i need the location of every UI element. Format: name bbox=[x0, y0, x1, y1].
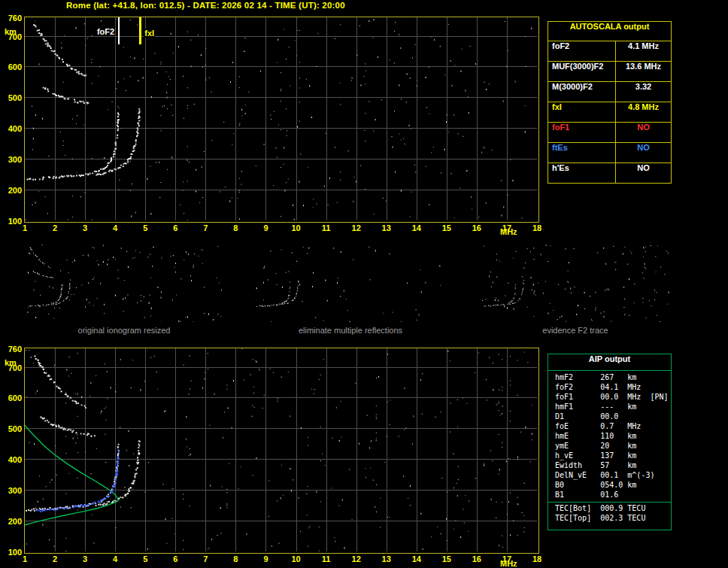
thumbnail-caption: evidence F2 trace bbox=[542, 326, 608, 335]
autoscala-row: M(3000)F23.32 bbox=[548, 82, 671, 102]
x-tick-label: 18 bbox=[532, 554, 541, 563]
x-tick-label: 7 bbox=[203, 223, 208, 232]
autoscala-row: foF1NO bbox=[548, 123, 671, 143]
aip-row: foF2 04.1 MHz bbox=[548, 382, 671, 392]
x-tick-label: 5 bbox=[143, 223, 147, 232]
x-tick-label: 14 bbox=[412, 554, 421, 563]
y-tick-label: 760 bbox=[2, 345, 22, 354]
x-tick-label: 4 bbox=[113, 554, 117, 563]
aip-row: hmF2 267 km bbox=[548, 372, 671, 382]
aip-row: ymE 20 km bbox=[548, 441, 671, 451]
y-tick-label: 760 bbox=[2, 14, 22, 23]
parameter-value: NO bbox=[616, 143, 671, 163]
autoscala-row: h'EsNO bbox=[548, 163, 671, 183]
autoscala-output-table: AUTOSCALA output foF24.1 MHzMUF(3000)F21… bbox=[548, 21, 672, 184]
parameter-label: fxI bbox=[548, 102, 616, 122]
y-tick-label: 400 bbox=[2, 455, 22, 464]
aip-output-table: AIP output hmF2 267 kmfoF2 04.1 MHzfoF1 … bbox=[548, 354, 672, 530]
x-tick-label: 7 bbox=[203, 554, 208, 563]
x-tick-label: 18 bbox=[532, 223, 541, 232]
y-tick-label: 300 bbox=[2, 486, 22, 495]
aip-row: hmE 110 km bbox=[548, 431, 671, 441]
x-tick-label: 13 bbox=[382, 554, 391, 563]
x-tick-label: 1 bbox=[23, 223, 27, 232]
page-title: Rome (lat: +41.8, lon: 012.5) - DATE: 20… bbox=[66, 1, 345, 10]
x-tick-label: 5 bbox=[143, 554, 147, 563]
y-tick-label: 700 bbox=[2, 363, 22, 372]
y-tick-label: 500 bbox=[2, 93, 22, 102]
parameter-label: ftEs bbox=[548, 143, 616, 163]
x-tick-label: 13 bbox=[382, 223, 391, 232]
parameter-label: M(3000)F2 bbox=[548, 82, 616, 102]
x-tick-label: 16 bbox=[472, 554, 481, 563]
x-tick-label: 10 bbox=[291, 554, 300, 563]
aip-row: Ewidth 57 km bbox=[548, 460, 671, 470]
parameter-value: NO bbox=[616, 163, 671, 183]
thumbnail-no-multiple-reflections bbox=[256, 245, 445, 322]
parameter-label: foF2 bbox=[548, 41, 616, 61]
aip-row: foF1 00.0 MHz [PN] bbox=[548, 392, 671, 402]
x-tick-label: 11 bbox=[322, 554, 331, 563]
y-tick-label: 100 bbox=[2, 548, 22, 557]
parameter-value: NO bbox=[616, 123, 671, 142]
y-tick-label: 700 bbox=[2, 32, 22, 41]
x-tick-label: 6 bbox=[173, 554, 177, 563]
thumbnail-canvas bbox=[481, 245, 669, 322]
autoscala-window: Rome (lat: +41.8, lon: 012.5) - DATE: 20… bbox=[0, 0, 728, 568]
thumbnail-original-ionogram bbox=[26, 245, 222, 322]
x-tick-label: 1 bbox=[23, 554, 27, 563]
aip-table-rows: hmF2 267 kmfoF2 04.1 MHzfoF1 00.0 MHz [P… bbox=[548, 371, 671, 523]
x-tick-label: 9 bbox=[263, 554, 268, 563]
autoscala-table-rows: foF24.1 MHzMUF(3000)F213.6 MHzM(3000)F23… bbox=[548, 41, 671, 183]
y-tick-label: 100 bbox=[2, 217, 22, 226]
aip-row: foE 0.7 MHz bbox=[548, 421, 671, 431]
x-tick-label: 15 bbox=[442, 223, 451, 232]
x-tick-label: 16 bbox=[472, 223, 481, 232]
aip-row: h_vE 137 km bbox=[548, 451, 671, 460]
x-tick-label: 12 bbox=[352, 223, 361, 232]
aip-row: TEC[Top] 002.3 TECU bbox=[548, 513, 671, 523]
parameter-value: 4.8 MHz bbox=[616, 102, 671, 122]
autoscala-row: MUF(3000)F213.6 MHz bbox=[548, 62, 671, 82]
x-tick-label: 17 bbox=[502, 554, 511, 563]
thumbnail-canvas bbox=[26, 245, 222, 322]
thumbnail-f2-trace bbox=[481, 245, 669, 322]
x-tick-label: 9 bbox=[263, 223, 268, 232]
aip-table-header: AIP output bbox=[548, 354, 671, 371]
aip-row: hmF1 --- km bbox=[548, 402, 671, 412]
parameter-label: foF1 bbox=[548, 123, 616, 142]
thumbnail-caption: original ionogram resized bbox=[78, 326, 171, 335]
x-tick-label: 14 bbox=[412, 223, 421, 232]
x-tick-label: 6 bbox=[173, 223, 177, 232]
aip-row: B1 01.6 bbox=[548, 490, 671, 500]
thumbnail-caption: eliminate multiple reflections bbox=[299, 326, 402, 335]
y-tick-label: 500 bbox=[2, 424, 22, 433]
y-tick-label: 600 bbox=[2, 62, 22, 71]
foF2-marker-label: foF2 bbox=[96, 27, 115, 36]
x-tick-label: 3 bbox=[83, 223, 87, 232]
aip-row: DelN_vE 00.1 m^(-3) bbox=[548, 470, 671, 480]
autoscala-row: foF24.1 MHz bbox=[548, 41, 671, 62]
autoscala-row: fxI4.8 MHz bbox=[548, 102, 671, 123]
aip-row: D1 00.0 bbox=[548, 412, 671, 421]
fxI-marker-label: fxI bbox=[144, 29, 155, 38]
x-tick-label: 11 bbox=[322, 223, 331, 232]
top-ionogram-canvas bbox=[25, 17, 537, 220]
autoscala-row: ftEsNO bbox=[548, 143, 671, 163]
parameter-label: h'Es bbox=[548, 163, 616, 183]
parameter-value: 13.6 MHz bbox=[616, 62, 671, 81]
parameter-value: 4.1 MHz bbox=[616, 41, 671, 61]
aip-row: B0 054.0 km bbox=[548, 480, 671, 490]
y-tick-label: 200 bbox=[2, 517, 22, 526]
x-tick-label: 3 bbox=[83, 554, 87, 563]
x-tick-label: 15 bbox=[442, 554, 451, 563]
x-tick-label: 4 bbox=[113, 223, 117, 232]
bottom-ionogram-plot bbox=[24, 348, 539, 554]
y-tick-label: 600 bbox=[2, 393, 22, 402]
x-tick-label: 2 bbox=[53, 554, 57, 563]
x-tick-label: 10 bbox=[291, 223, 300, 232]
parameter-value: 3.32 bbox=[616, 82, 671, 102]
x-tick-label: 8 bbox=[233, 554, 238, 563]
y-tick-label: 400 bbox=[2, 124, 22, 133]
y-tick-label: 300 bbox=[2, 155, 22, 164]
